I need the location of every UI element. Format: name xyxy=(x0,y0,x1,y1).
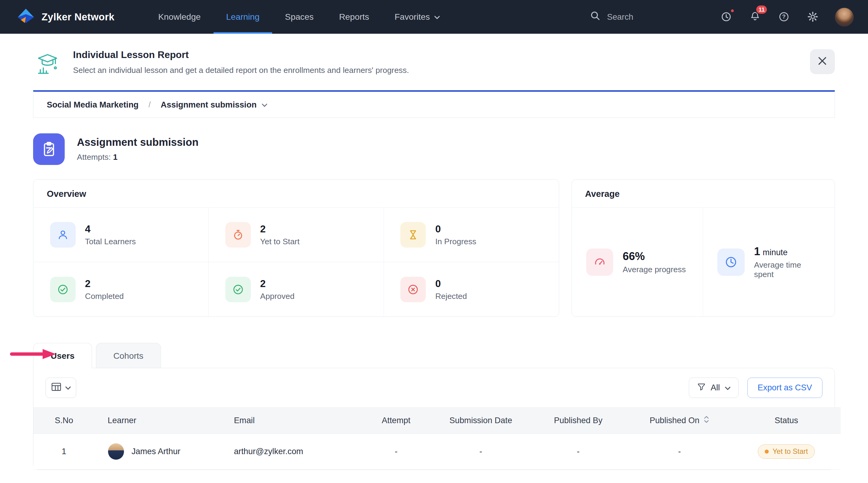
stat-value: 2 xyxy=(85,278,124,290)
zylker-logo-icon xyxy=(17,7,35,27)
close-button[interactable] xyxy=(810,49,835,74)
average-title: Average xyxy=(572,180,835,208)
page-header-text: Individual Lesson Report Select an indiv… xyxy=(73,49,409,75)
nav-item-favorites[interactable]: Favorites xyxy=(382,0,453,34)
col-attempt: Attempt xyxy=(360,407,432,434)
stat-label: Total Learners xyxy=(85,237,136,246)
stat-total-learners: 4 Total Learners xyxy=(33,208,209,263)
stopwatch-icon xyxy=(225,222,251,248)
activity-clock-icon[interactable] xyxy=(720,10,733,24)
stat-average-time: 1 minute Average time spent xyxy=(703,208,835,316)
nav-item-knowledge[interactable]: Knowledge xyxy=(146,0,214,34)
help-icon[interactable]: ? xyxy=(777,10,790,24)
cell-submission-date: - xyxy=(432,433,530,469)
user-icon xyxy=(50,222,75,248)
breadcrumb-lesson-dropdown[interactable]: Assignment submission xyxy=(161,100,268,110)
tab-users[interactable]: Users xyxy=(33,343,92,368)
stats-row: Overview 4 Total Learners xyxy=(33,179,835,317)
stat-label: Rejected xyxy=(435,292,467,301)
cell-email: arthur@zylker.com xyxy=(220,433,360,469)
export-csv-button[interactable]: Export as CSV xyxy=(747,378,823,398)
cell-attempt: - xyxy=(360,433,432,469)
chevron-down-icon xyxy=(725,383,731,392)
stat-average-progress: 66% Average progress xyxy=(572,208,703,316)
gauge-icon xyxy=(586,248,613,275)
learner-avatar xyxy=(108,443,125,460)
average-card: Average 66% Average progress xyxy=(571,179,835,317)
chevron-down-icon xyxy=(65,383,71,392)
lesson-header: Assignment submission Attempts: 1 xyxy=(33,133,835,165)
stat-value: 2 xyxy=(260,278,294,290)
tabs: Users Cohorts xyxy=(33,342,835,368)
search-icon xyxy=(590,10,601,23)
funnel-icon xyxy=(697,382,706,393)
stat-completed: 2 Completed xyxy=(33,262,209,316)
cell-sno: 1 xyxy=(33,433,94,469)
table-toolbar: All Export as CSV xyxy=(33,368,834,407)
stat-value: 0 xyxy=(435,223,476,235)
stat-value: 2 xyxy=(260,223,300,235)
learners-table: S.No Learner Email Attempt Submission Da… xyxy=(33,407,840,470)
col-sno: S.No xyxy=(33,407,94,434)
breadcrumb: Social Media Marketing / Assignment subm… xyxy=(33,90,835,118)
cell-learner: James Arthur xyxy=(94,433,221,469)
assignment-clipboard-icon xyxy=(33,133,65,165)
page-title: Individual Lesson Report xyxy=(73,49,409,60)
brand[interactable]: Zylker Network xyxy=(17,7,115,27)
table-header: S.No Learner Email Attempt Submission Da… xyxy=(33,407,840,434)
user-avatar[interactable] xyxy=(835,8,854,26)
primary-nav: Knowledge Learning Spaces Reports Favori… xyxy=(146,0,453,34)
col-email: Email xyxy=(220,407,360,434)
learner-name: James Arthur xyxy=(131,447,180,456)
avg-progress-value: 66% xyxy=(623,250,686,263)
tab-cohorts[interactable]: Cohorts xyxy=(96,343,161,368)
page-subtitle: Select an individual lesson and get a de… xyxy=(73,66,409,75)
stat-value: 0 xyxy=(435,278,467,290)
stat-label: Completed xyxy=(85,292,124,301)
nav-item-reports[interactable]: Reports xyxy=(327,0,382,34)
overview-card: Overview 4 Total Learners xyxy=(33,179,559,317)
filter-button[interactable]: All xyxy=(689,378,739,398)
svg-text:?: ? xyxy=(782,14,785,20)
attempts-value: 1 xyxy=(113,152,118,161)
search-box[interactable]: Search xyxy=(590,10,633,23)
cell-published-on: - xyxy=(627,433,732,469)
gear-icon[interactable] xyxy=(806,10,819,24)
chevron-down-icon xyxy=(261,100,268,110)
lesson-report-icon xyxy=(33,49,61,77)
col-published-by: Published By xyxy=(529,407,627,434)
brand-name: Zylker Network xyxy=(41,11,115,23)
cell-published-by: - xyxy=(529,433,627,469)
stat-rejected: 0 Rejected xyxy=(384,262,559,316)
sort-icon xyxy=(703,415,710,426)
overview-title: Overview xyxy=(33,180,559,208)
overview-grid: 4 Total Learners 2 Yet to Start xyxy=(33,208,559,316)
avg-time-label: Average time spent xyxy=(754,260,820,279)
avg-time-suffix: minute xyxy=(763,248,787,257)
x-circle-icon xyxy=(400,277,426,302)
page-header: Individual Lesson Report Select an indiv… xyxy=(0,34,868,77)
col-status: Status xyxy=(732,407,841,434)
table-columns-icon xyxy=(51,382,62,393)
filter-label: All xyxy=(711,383,720,392)
stat-label: Yet to Start xyxy=(260,237,300,246)
breadcrumb-separator: / xyxy=(149,100,151,109)
table-row[interactable]: 1 James Arthur arthur@zylker.com - - - - xyxy=(33,433,840,469)
stat-in-progress: 0 In Progress xyxy=(384,208,559,263)
users-panel: All Export as CSV S.No Learner Email Att… xyxy=(33,368,835,470)
breadcrumb-course-link[interactable]: Social Media Marketing xyxy=(47,100,138,110)
chevron-down-icon xyxy=(434,12,440,22)
status-dot-icon xyxy=(765,450,769,454)
nav-item-spaces[interactable]: Spaces xyxy=(272,0,326,34)
nav-item-learning[interactable]: Learning xyxy=(214,0,272,34)
clock-icon xyxy=(717,248,744,275)
average-body: 66% Average progress 1 minute xyxy=(572,208,835,316)
stat-label: Approved xyxy=(260,292,294,301)
top-navbar: Zylker Network Knowledge Learning Spaces… xyxy=(0,0,868,34)
bell-icon[interactable]: 11 xyxy=(748,10,762,24)
app-root: Zylker Network Knowledge Learning Spaces… xyxy=(0,0,868,483)
col-published-on-sortable[interactable]: Published On xyxy=(627,407,732,434)
lesson-header-text: Assignment submission Attempts: 1 xyxy=(77,137,198,162)
column-picker-button[interactable] xyxy=(45,378,76,398)
stat-value: 4 xyxy=(85,223,136,235)
